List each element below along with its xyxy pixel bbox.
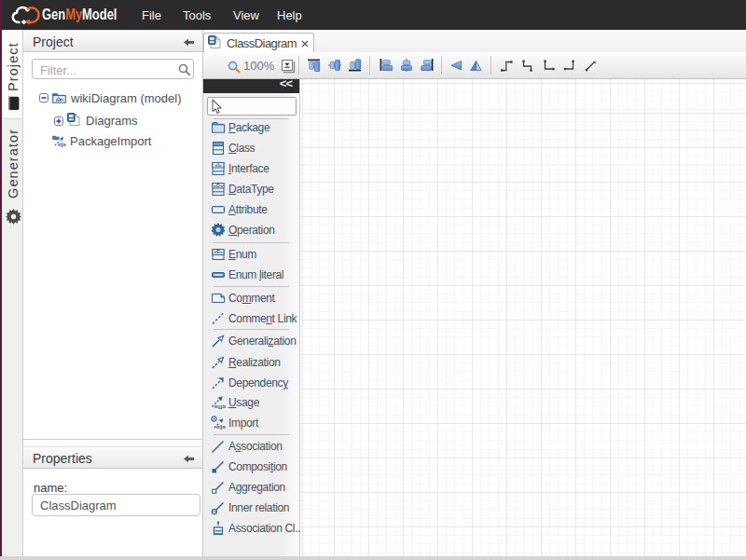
svg-text:«E»: «E»	[214, 249, 223, 254]
svg-text:«I»: «I»	[216, 423, 226, 430]
svg-text:«I»: «I»	[214, 162, 222, 168]
svg-text:«I»: «I»	[58, 142, 66, 148]
svg-text:«u»: «u»	[214, 403, 226, 411]
svg-text:«D»: «D»	[214, 183, 223, 188]
